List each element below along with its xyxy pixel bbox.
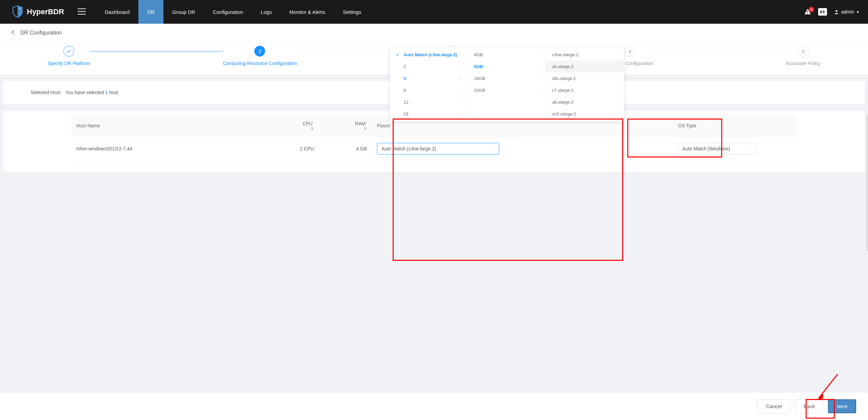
col-ostype: OS Type bbox=[673, 115, 797, 137]
cascader-item[interactable]: c7.xlarge.2 bbox=[546, 84, 624, 96]
step-1: Specify DR Platform bbox=[47, 46, 90, 66]
check-icon: ✓ bbox=[396, 52, 401, 57]
cascader-item[interactable]: s6.xlarge.2 bbox=[546, 96, 624, 108]
cascader-item[interactable]: sn3.xlarge.2 bbox=[546, 108, 624, 120]
cascader-item[interactable]: c6.xlarge.2 bbox=[546, 61, 624, 72]
user-name: admin bbox=[841, 9, 854, 15]
nav-dashboard[interactable]: Dashboard bbox=[96, 0, 138, 24]
shield-logo-icon bbox=[12, 5, 23, 19]
col-cpu[interactable]: CPU ▲▼ bbox=[266, 115, 319, 137]
host-table: Host Name CPU ▲▼ RAM ▲▼ Flavor OS Type m… bbox=[71, 115, 797, 161]
svg-point-1 bbox=[20, 7, 21, 8]
ostype-select[interactable]: Auto Match (Windows) ⌄ bbox=[678, 143, 756, 154]
cascader-item[interactable]: 2 › bbox=[390, 61, 468, 72]
step-4-circle: 4 bbox=[625, 46, 635, 57]
breadcrumb-title: DR Configuration bbox=[20, 30, 62, 36]
col-ram[interactable]: RAM ▲▼ bbox=[319, 115, 372, 137]
step-2: 2 Computing Resource Configuration bbox=[223, 46, 297, 66]
cascader-item[interactable]: 12 › bbox=[390, 96, 468, 108]
col-hostname: Host Name bbox=[71, 115, 266, 137]
step-1-circle bbox=[63, 46, 74, 57]
cascader-item[interactable]: c6s.xlarge.2 bbox=[546, 72, 624, 84]
cascader-item[interactable]: 8GB › bbox=[468, 61, 546, 72]
cascader-item[interactable]: 4 › bbox=[390, 72, 468, 84]
table-row: mhm-windows2012r2-7.44 2 CPU 4 GB Auto M… bbox=[71, 137, 797, 161]
chevron-right-icon: › bbox=[460, 88, 461, 92]
wizard-footer: Cancel Back Next bbox=[0, 392, 868, 420]
chevron-up-icon: ⌃ bbox=[492, 147, 495, 151]
alerts-icon[interactable]: 0 bbox=[804, 8, 811, 16]
cascader-item[interactable]: 16 › bbox=[390, 108, 468, 120]
svg-point-4 bbox=[835, 10, 837, 12]
svg-rect-2 bbox=[807, 10, 808, 12]
sort-icon: ▲▼ bbox=[271, 126, 314, 130]
cascader-item[interactable]: 8 › bbox=[390, 84, 468, 96]
step-2-circle: 2 bbox=[254, 46, 265, 57]
step-5-circle: 5 bbox=[798, 46, 809, 57]
cell-ostype: Auto Match (Windows) ⌄ bbox=[673, 137, 797, 161]
chevron-right-icon: › bbox=[460, 65, 461, 69]
chevron-right-icon: › bbox=[538, 77, 539, 81]
caret-down-icon: ▼ bbox=[856, 10, 860, 14]
user-menu[interactable]: admin ▼ bbox=[834, 9, 860, 15]
brand-name: HyperBDR bbox=[27, 7, 64, 16]
cascader-col-1: ✓ Auto Match (c3ne.large.2) 2 › 4 › 8 › … bbox=[390, 47, 468, 121]
chevron-right-icon: › bbox=[460, 100, 461, 104]
nav-logs[interactable]: Logs bbox=[252, 0, 281, 24]
cascader-item[interactable]: 16GB › bbox=[468, 72, 546, 84]
step-5: 5 Associate Policy bbox=[786, 46, 821, 66]
cascader-col-2: 4GB › 8GB › 16GB › 32GB › bbox=[468, 47, 546, 121]
cell-flavor: Auto Match (c3ne.large.2) ⌃ bbox=[372, 137, 673, 161]
breadcrumb: DR Configuration bbox=[0, 24, 868, 42]
nav-dr[interactable]: DR bbox=[138, 0, 163, 24]
cell-hostname: mhm-windows2012r2-7.44 bbox=[71, 137, 266, 161]
svg-point-0 bbox=[19, 8, 20, 9]
svg-rect-3 bbox=[807, 13, 808, 14]
alert-count-badge: 0 bbox=[809, 7, 814, 12]
nav-monitor-alerts[interactable]: Monitor & Alerts bbox=[280, 0, 334, 24]
cell-cpu: 2 CPU bbox=[266, 137, 319, 161]
brand-logo: HyperBDR bbox=[12, 5, 64, 19]
chevron-right-icon: › bbox=[538, 65, 539, 69]
chevron-right-icon: › bbox=[538, 53, 539, 57]
chevron-down-icon: ⌄ bbox=[749, 147, 752, 151]
user-icon bbox=[834, 9, 839, 15]
step-line-1 bbox=[90, 51, 223, 51]
flavor-select[interactable]: Auto Match (c3ne.large.2) ⌃ bbox=[377, 143, 499, 154]
flavor-cascader-dropdown: ✓ Auto Match (c3ne.large.2) 2 › 4 › 8 › … bbox=[390, 47, 624, 121]
header-right: 0 A文 admin ▼ bbox=[804, 8, 860, 16]
cascader-item[interactable]: 32GB › bbox=[468, 84, 546, 96]
language-toggle[interactable]: A文 bbox=[818, 8, 827, 16]
selected-host-label: Selected Host: bbox=[31, 90, 61, 95]
chevron-right-icon: › bbox=[460, 112, 461, 116]
chevron-right-icon: › bbox=[538, 88, 539, 92]
scrollbar-track[interactable] bbox=[866, 115, 868, 251]
cascader-item[interactable]: c3ne.xlarge.2 bbox=[546, 49, 624, 61]
cell-ram: 4 GB bbox=[319, 137, 372, 161]
cascader-col-3: c3ne.xlarge.2 c6.xlarge.2 c6s.xlarge.2 c… bbox=[546, 47, 624, 121]
annotation-arrow-icon bbox=[814, 373, 841, 403]
nav-group-dr[interactable]: Group DR bbox=[163, 0, 204, 24]
step-line-4 bbox=[653, 51, 786, 51]
sort-icon: ▲▼ bbox=[324, 126, 367, 130]
cascader-item[interactable]: ✓ Auto Match (c3ne.large.2) bbox=[390, 49, 468, 61]
main-nav: Dashboard DR Group DR Configuration Logs… bbox=[96, 0, 370, 24]
nav-settings[interactable]: Settings bbox=[334, 0, 370, 24]
app-header: HyperBDR Dashboard DR Group DR Configura… bbox=[0, 0, 868, 24]
menu-toggle-icon[interactable] bbox=[78, 8, 86, 16]
nav-configuration[interactable]: Configuration bbox=[204, 0, 252, 24]
chevron-right-icon: › bbox=[460, 77, 461, 81]
back-arrow-icon[interactable] bbox=[10, 29, 16, 37]
cancel-button[interactable]: Cancel bbox=[757, 399, 790, 413]
cascader-item[interactable]: 4GB › bbox=[468, 49, 546, 61]
svg-marker-5 bbox=[817, 394, 823, 400]
